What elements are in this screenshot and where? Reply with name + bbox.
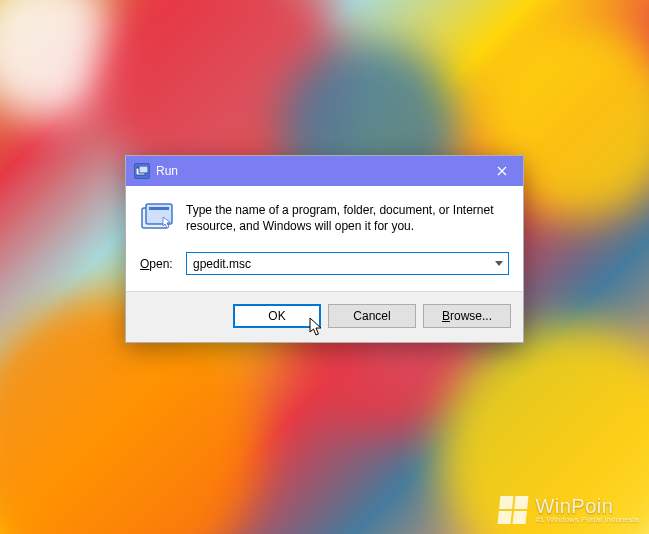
svg-rect-4 <box>149 207 169 210</box>
watermark-logo-icon <box>498 496 529 524</box>
close-button[interactable] <box>489 156 515 186</box>
dialog-footer: OK Cancel Browse... <box>126 291 523 342</box>
run-app-icon <box>140 202 176 232</box>
open-input[interactable] <box>187 253 490 274</box>
run-titlebar-icon <box>134 163 150 179</box>
titlebar[interactable]: Run <box>126 156 523 186</box>
watermark-subtitle: #1 Windows Portal Indonesia <box>535 516 639 524</box>
dialog-body: Type the name of a program, folder, docu… <box>126 186 523 291</box>
open-combobox[interactable] <box>186 252 509 275</box>
combobox-dropdown-button[interactable] <box>490 253 508 274</box>
browse-button[interactable]: Browse... <box>423 304 511 328</box>
watermark: WinPoin #1 Windows Portal Indonesia <box>499 496 639 524</box>
ok-button[interactable]: OK <box>233 304 321 328</box>
watermark-title: WinPoin <box>535 496 639 516</box>
svg-rect-1 <box>139 166 148 173</box>
open-label: Open: <box>140 257 186 271</box>
instruction-text: Type the name of a program, folder, docu… <box>186 202 509 234</box>
run-dialog: Run Type the name of a program, folder, … <box>125 155 524 343</box>
titlebar-title: Run <box>156 164 489 178</box>
cancel-button[interactable]: Cancel <box>328 304 416 328</box>
